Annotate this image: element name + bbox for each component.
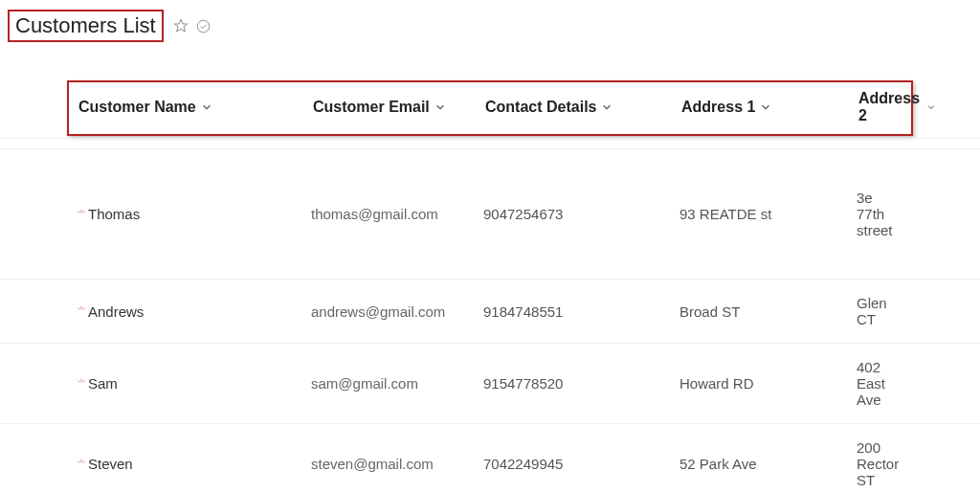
row-addr2: Glen CT (857, 295, 903, 327)
table-row[interactable]: Andrews andrews@gmail.com 9184748551 Bro… (0, 279, 980, 343)
row-contact: 7042249945 (483, 456, 679, 472)
svg-line-12 (78, 460, 79, 461)
chevron-down-icon (434, 101, 447, 114)
svg-line-13 (83, 460, 84, 461)
check-circle-icon[interactable] (196, 19, 211, 34)
page-header: Customers List (0, 0, 980, 52)
table-body: Thomas thomas@gmail.com 9047254673 93 RE… (0, 148, 980, 493)
row-name: Andrews (88, 303, 144, 320)
divider (0, 138, 980, 139)
loading-icon (77, 379, 86, 389)
column-header-name-label: Customer Name (78, 99, 196, 116)
cell-name: Thomas (77, 206, 311, 222)
svg-line-7 (83, 308, 84, 309)
column-header-contact-label: Contact Details (485, 99, 596, 116)
column-header-contact[interactable]: Contact Details (485, 90, 681, 124)
loading-icon (77, 306, 86, 316)
row-addr2: 3e 77th street (857, 190, 903, 238)
row-addr1: 52 Park Ave (679, 456, 857, 472)
star-icon[interactable] (173, 18, 189, 34)
cell-name: Steven (77, 456, 311, 472)
svg-line-10 (83, 380, 84, 381)
column-header-addr1[interactable]: Address 1 (681, 90, 858, 124)
column-header-addr2[interactable]: Address 2 (858, 90, 937, 124)
table-row[interactable]: Thomas thomas@gmail.com 9047254673 93 RE… (0, 148, 980, 279)
chevron-down-icon (600, 101, 613, 114)
row-contact: 9154778520 (483, 375, 679, 392)
svg-line-6 (78, 308, 79, 309)
svg-marker-0 (174, 19, 187, 32)
page-title: Customers List (15, 13, 156, 37)
row-addr2: 402 East Ave (857, 359, 903, 408)
chevron-down-icon (925, 101, 937, 114)
row-email: andrews@gmail.com (311, 303, 483, 320)
row-email: steven@gmail.com (311, 456, 483, 472)
svg-line-4 (83, 211, 84, 212)
svg-line-3 (78, 211, 79, 212)
table-row[interactable]: Sam sam@gmail.com 9154778520 Howard RD 4… (0, 343, 980, 423)
row-addr1: 93 REATDE st (679, 206, 857, 222)
row-email: thomas@gmail.com (311, 206, 483, 222)
title-highlight: Customers List (8, 10, 164, 42)
chevron-down-icon (759, 101, 772, 114)
row-addr1: Broad ST (679, 303, 857, 320)
row-addr1: Howard RD (679, 375, 857, 392)
svg-point-1 (197, 20, 210, 33)
row-name: Thomas (88, 206, 140, 222)
row-contact: 9047254673 (483, 206, 679, 222)
loading-icon (77, 210, 86, 219)
cell-name: Andrews (77, 303, 311, 320)
row-name: Sam (88, 375, 118, 392)
column-header-addr1-label: Address 1 (681, 99, 755, 116)
loading-icon (77, 459, 86, 469)
table-row[interactable]: Steven steven@gmail.com 7042249945 52 Pa… (0, 423, 980, 493)
row-name: Steven (88, 456, 133, 472)
row-email: sam@gmail.com (311, 375, 483, 392)
row-addr2: 200 Rector ST (857, 439, 903, 488)
column-headers-highlight: Customer Name Customer Email Contact Det… (67, 80, 913, 136)
cell-name: Sam (77, 375, 311, 392)
column-header-name[interactable]: Customer Name (78, 90, 313, 124)
header-icons (173, 18, 211, 34)
column-header-addr2-label: Address 2 (858, 90, 922, 124)
column-header-email[interactable]: Customer Email (313, 90, 485, 124)
chevron-down-icon (200, 101, 213, 114)
svg-line-9 (78, 380, 79, 381)
column-header-email-label: Customer Email (313, 99, 430, 116)
row-contact: 9184748551 (483, 303, 679, 320)
